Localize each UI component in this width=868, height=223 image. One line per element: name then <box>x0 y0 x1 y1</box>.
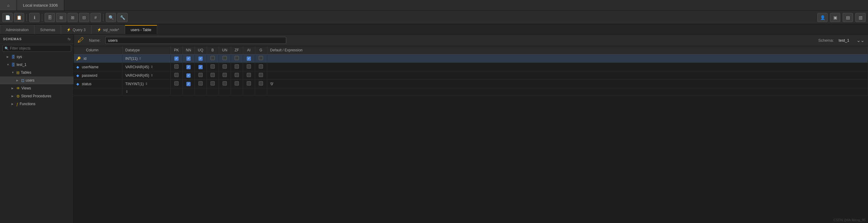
new-file-button[interactable]: 📄 <box>2 13 13 22</box>
checkbox-b-password[interactable] <box>211 73 215 77</box>
table-button[interactable]: ⊞ <box>56 13 66 22</box>
instance-tab[interactable]: Local instance 3306 <box>17 0 64 10</box>
cell-g-password[interactable] <box>255 71 267 80</box>
sidebar-item-tables[interactable]: ▼ ⊞ Tables <box>0 68 73 77</box>
cell-uq-id[interactable] <box>194 54 207 63</box>
cell-pk-userName[interactable] <box>170 63 183 71</box>
cell-un-status[interactable] <box>219 80 231 88</box>
datatype-arrow-password[interactable]: ⇕ <box>151 74 153 77</box>
cell-ai-status[interactable] <box>243 80 255 88</box>
checkbox-ai-userName[interactable] <box>247 64 251 68</box>
checkbox-uq-password[interactable] <box>198 73 203 77</box>
sidebar-item-stored-procedures[interactable]: ▶ ⚙ Stored Procedures <box>0 92 73 100</box>
cell-b-password[interactable] <box>207 71 219 80</box>
user-icon-button[interactable]: 👤 <box>817 13 828 22</box>
filter-input[interactable] <box>10 46 69 51</box>
cell-ai-userName[interactable] <box>243 63 255 71</box>
home-button[interactable]: ⌂ <box>0 0 17 10</box>
checkbox-b-status[interactable] <box>211 81 215 85</box>
expand-icon[interactable]: ⌄⌄ <box>857 37 864 43</box>
checkbox-pk-userName[interactable] <box>174 64 179 68</box>
checkbox-ai-id[interactable] <box>247 56 251 61</box>
cell-default-status[interactable]: '0' <box>267 80 868 88</box>
checkbox-zf-userName[interactable] <box>235 64 239 68</box>
filter-box[interactable]: 🔍 <box>2 45 71 52</box>
checkbox-uq-userName[interactable] <box>198 65 203 69</box>
cell-zf-id[interactable] <box>231 54 243 63</box>
click-to-edit-cell[interactable] <box>74 88 122 95</box>
checkbox-b-userName[interactable] <box>211 64 215 68</box>
cell-datatype-status[interactable]: TINYINT(1) ⇕ <box>122 80 170 88</box>
cell-column-status[interactable]: ◆ status <box>74 80 122 88</box>
cell-default-password[interactable] <box>267 71 868 80</box>
cell-column-id[interactable]: 🔑 id <box>74 54 122 63</box>
click-to-edit-row[interactable]: ⇕ <box>74 88 868 95</box>
tab-users-table[interactable]: users - Table <box>125 25 157 34</box>
table-name-input[interactable] <box>105 37 286 44</box>
cell-zf-password[interactable] <box>231 71 243 80</box>
cell-default-userName[interactable] <box>267 63 868 71</box>
checkbox-nn-status[interactable] <box>186 82 191 86</box>
checkbox-uq-status[interactable] <box>198 81 203 85</box>
cell-g-status[interactable] <box>255 80 267 88</box>
cell-ai-id[interactable] <box>243 54 255 63</box>
cell-nn-id[interactable] <box>183 54 194 63</box>
cell-un-id[interactable] <box>219 54 231 63</box>
tab-sql-node[interactable]: ⚡ sql_node* <box>91 25 125 34</box>
cell-nn-userName[interactable] <box>183 63 194 71</box>
checkbox-zf-password[interactable] <box>235 73 239 77</box>
sidebar-item-functions[interactable]: ▶ ƒ Functions <box>0 100 73 108</box>
cell-pk-id[interactable] <box>170 54 183 63</box>
checkbox-g-status[interactable] <box>259 81 263 85</box>
cell-ai-password[interactable] <box>243 71 255 80</box>
columns-button[interactable]: ⊟ <box>79 13 89 22</box>
cell-pk-status[interactable] <box>170 80 183 88</box>
click-edit-arrow[interactable]: ⇕ <box>125 90 128 94</box>
tab-query3[interactable]: ⚡ Query 3 <box>61 25 91 34</box>
search-button[interactable]: 🔍 <box>106 13 116 22</box>
cell-default-id[interactable] <box>267 54 868 63</box>
checkbox-un-status[interactable] <box>223 81 227 85</box>
click-to-edit-dt[interactable]: ⇕ <box>122 88 170 95</box>
layout2-button[interactable]: ▤ <box>843 13 853 22</box>
checkbox-b-id[interactable] <box>211 56 215 60</box>
cell-nn-password[interactable] <box>183 71 194 80</box>
sidebar-item-users[interactable]: ▶ ⊡ users <box>0 77 73 84</box>
checkbox-ai-password[interactable] <box>247 73 251 77</box>
cell-uq-status[interactable] <box>194 80 207 88</box>
checkbox-un-id[interactable] <box>223 56 227 60</box>
checkbox-nn-userName[interactable] <box>186 65 191 69</box>
new-schema-button[interactable]: 📋 <box>14 13 24 22</box>
cell-datatype-password[interactable]: VARCHAR(45) ⇕ <box>122 71 170 80</box>
cell-zf-userName[interactable] <box>231 63 243 71</box>
cell-g-id[interactable] <box>255 54 267 63</box>
cell-b-status[interactable] <box>207 80 219 88</box>
checkbox-g-password[interactable] <box>259 73 263 77</box>
datatype-arrow-userName[interactable]: ⇕ <box>151 65 153 69</box>
info-button[interactable]: ℹ <box>29 13 39 22</box>
cell-b-userName[interactable] <box>207 63 219 71</box>
cell-datatype-userName[interactable]: VARCHAR(45) ⇕ <box>122 63 170 71</box>
cell-column-userName[interactable]: ◆ userName <box>74 63 122 71</box>
checkbox-uq-id[interactable] <box>198 56 203 61</box>
checkbox-g-id[interactable] <box>259 56 263 60</box>
cell-datatype-id[interactable]: INT(11) ⇕ <box>122 54 170 63</box>
datatype-arrow-status[interactable]: ⇕ <box>145 82 148 86</box>
value-button[interactable]: # <box>91 13 101 22</box>
checkbox-un-userName[interactable] <box>223 64 227 68</box>
cell-b-id[interactable] <box>207 54 219 63</box>
cell-uq-userName[interactable] <box>194 63 207 71</box>
cell-un-userName[interactable] <box>219 63 231 71</box>
checkbox-ai-status[interactable] <box>247 81 251 85</box>
cell-un-password[interactable] <box>219 71 231 80</box>
checkbox-un-password[interactable] <box>223 73 227 77</box>
checkbox-nn-password[interactable] <box>186 74 191 78</box>
checkbox-zf-id[interactable] <box>235 56 239 60</box>
cell-pk-password[interactable] <box>170 71 183 80</box>
sidebar-collapse-icon[interactable]: ⇆ <box>67 37 70 41</box>
checkbox-nn-id[interactable] <box>186 56 191 61</box>
cell-uq-password[interactable] <box>194 71 207 80</box>
checkbox-zf-status[interactable] <box>235 81 239 85</box>
database-button[interactable]: 🗄 <box>44 13 55 22</box>
checkbox-pk-status[interactable] <box>174 81 179 85</box>
